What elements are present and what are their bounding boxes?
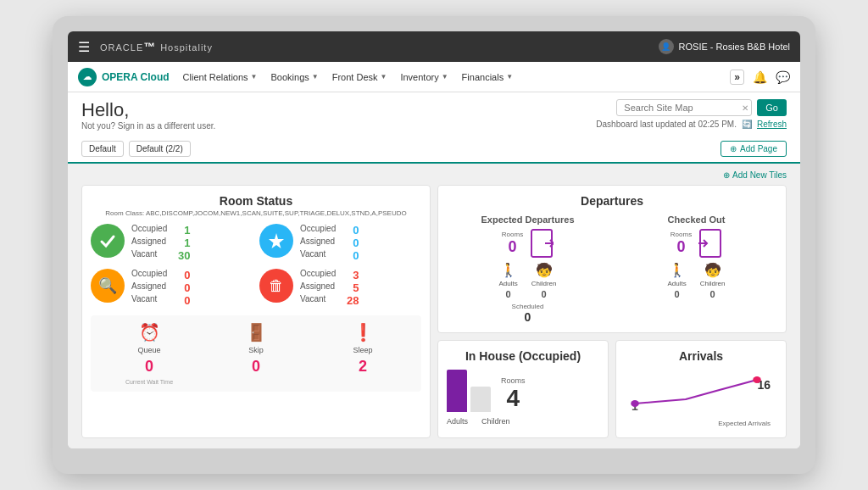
greeting-text: Hello, [81, 99, 215, 121]
nav-bar: ☁ OPERA Cloud Client Relations ▼ Booking… [68, 62, 800, 92]
add-page-plus-icon: ⊕ [730, 144, 737, 153]
queue-icon: ⏰ [139, 322, 160, 342]
sleep-item: ❗ Sleep 2 [311, 322, 415, 385]
arrivals-tile: Arrivals 1 16 Expected Arriv [615, 340, 787, 438]
content-area: Hello, Not you? Sign in as a different u… [68, 92, 800, 448]
nav-client-relations-label: Client Relations [183, 72, 248, 82]
expected-adults: 🚶 Adults 0 [498, 262, 517, 299]
opera-cloud-label: OPERA Cloud [102, 71, 170, 83]
tiles-row: Room Status Room Class: ABC,DISCOMP,JOCO… [81, 185, 787, 438]
arrivals-expected-label: Expected Arrivals [718, 420, 771, 427]
room-status-grid: Occupied1 Assigned1 Vacant30 [91, 224, 421, 307]
laptop-screen: ☰ ORACLE™ Hospitality 👤 ROSIE - Rosies B… [68, 31, 800, 448]
search-clear-icon[interactable]: ✕ [742, 103, 748, 113]
svg-point-5 [631, 400, 639, 407]
checked-out-people-row: 🚶 Adults 0 🧒 Children 0 [667, 262, 725, 299]
top-bar: ☰ ORACLE™ Hospitality 👤 ROSIE - Rosies B… [68, 31, 800, 62]
nav-bookings-chevron: ▼ [312, 73, 319, 81]
expected-departures-col: Expected Departures Rooms 0 [447, 214, 609, 324]
add-tiles-plus-icon: ⊕ [723, 170, 730, 180]
expected-children: 🧒 Children 0 [531, 262, 557, 299]
add-page-button[interactable]: ⊕ Add Page [721, 141, 787, 157]
inhouse-bar [447, 370, 467, 412]
outoforder-icon: 🗑 [259, 269, 293, 303]
departures-tile: Departures Expected Departures Rooms 0 [437, 185, 787, 333]
nav-inventory-label: Inventory [400, 72, 438, 82]
hamburger-icon[interactable]: ☰ [78, 39, 90, 55]
room-status-tile: Room Status Room Class: ABC,DISCOMP,JOCO… [81, 185, 431, 438]
nav-financials[interactable]: Financials ▼ [462, 72, 513, 82]
nav-inventory-chevron: ▼ [442, 73, 448, 81]
nav-client-relations[interactable]: Client Relations ▼ [183, 72, 258, 82]
arrivals-chart [625, 370, 777, 416]
user-label: ROSIE - Rosies B&B Hotel [679, 42, 790, 52]
inhouse-bar-compare [470, 387, 491, 412]
sleep-icon: ❗ [353, 322, 374, 342]
clean-icon [91, 224, 125, 258]
room-block-clean: Occupied1 Assigned1 Vacant30 [91, 224, 253, 262]
nav-client-relations-chevron: ▼ [251, 73, 258, 81]
inhouse-people-row: Adults Children [447, 417, 599, 426]
user-avatar-icon: 👤 [659, 39, 674, 54]
signin-link: Not you? Sign in as a different user. [81, 121, 215, 131]
checked-out-icon-row: Rooms 0 [670, 228, 722, 259]
skip-item: 🚪 Skip 0 [204, 322, 308, 385]
nav-front-desk-chevron: ▼ [381, 73, 387, 81]
nav-more-button[interactable]: » [730, 70, 744, 85]
nav-financials-chevron: ▼ [506, 73, 513, 81]
door-icon-out [530, 228, 554, 259]
header-section: Hello, Not you? Sign in as a different u… [68, 92, 800, 137]
inspected-icon [259, 224, 293, 258]
room-block-inspected: Occupied0 Assigned0 Vacant0 [259, 224, 421, 262]
refresh-icon: 🔄 [742, 120, 752, 129]
room-status-title: Room Status [91, 194, 421, 208]
expected-dep-icon-row: Rooms 0 [502, 228, 554, 259]
dashboard-updated-text: Dashboard last updated at 02:25 PM. [596, 120, 737, 129]
expected-people-row: 🚶 Adults 0 🧒 Children 0 [498, 262, 556, 299]
checkout-children: 🧒 Children 0 [700, 262, 726, 299]
notifications-icon[interactable]: 🔔 [753, 70, 767, 84]
svg-marker-0 [269, 233, 284, 248]
dirty-icon: 🔍 [91, 269, 125, 303]
adult-icon-2: 🚶 [669, 262, 686, 278]
room-block-dirty: 🔍 Occupied0 Assigned0 Vacant0 [91, 269, 253, 307]
nav-front-desk-label: Front Desk [332, 72, 378, 82]
queue-item: ⏰ Queue 0 Current Wait Time [97, 322, 201, 385]
nav-inventory[interactable]: Inventory ▼ [400, 72, 448, 82]
laptop-frame: ☰ ORACLE™ Hospitality 👤 ROSIE - Rosies B… [53, 16, 815, 474]
default-button[interactable]: Default [81, 141, 124, 157]
refresh-button[interactable]: Refresh [757, 120, 787, 129]
toolbar: Default Default (2/2) ⊕ Add Page [68, 137, 800, 164]
child-icon: 🧒 [536, 262, 553, 278]
search-input[interactable] [616, 99, 752, 116]
child-icon-2: 🧒 [704, 262, 721, 278]
go-button[interactable]: Go [757, 99, 787, 116]
checked-out-col: Checked Out Rooms 0 [615, 214, 777, 324]
nav-front-desk[interactable]: Front Desk ▼ [332, 72, 387, 82]
adult-icon: 🚶 [500, 262, 517, 278]
room-block-outoforder: 🗑 Occupied3 Assigned5 Vacant28 [259, 269, 421, 307]
dashboard-grid: ⊕ Add New Tiles Room Status Room Class: … [68, 164, 800, 448]
messages-icon[interactable]: 💬 [776, 70, 790, 84]
oracle-text: ORACLE [100, 42, 143, 53]
inhouse-rooms: Rooms 4 [501, 376, 526, 412]
opera-cloud-icon: ☁ [78, 68, 97, 86]
opera-cloud-brand[interactable]: ☁ OPERA Cloud [78, 68, 170, 86]
checkout-adults: 🚶 Adults 0 [667, 262, 686, 299]
departures-title: Departures [447, 194, 777, 208]
room-status-subtitle: Room Class: ABC,DISCOMP,JOCOM,NEW1,SCAN,… [91, 209, 421, 217]
in-house-tile: In House (Occupied) Rooms 4 [437, 340, 609, 438]
arrivals-title: Arrivals [625, 349, 777, 363]
oracle-sub: Hospitality [160, 42, 213, 53]
door-icon-in [698, 228, 722, 259]
oracle-logo: ORACLE™ Hospitality [100, 40, 213, 53]
nav-bookings[interactable]: Bookings ▼ [271, 72, 319, 82]
in-house-title: In House (Occupied) [447, 349, 599, 363]
scheduled-col: Scheduled 0 [512, 303, 544, 324]
nav-financials-label: Financials [462, 72, 504, 82]
skip-icon: 🚪 [246, 322, 267, 342]
add-tiles-button[interactable]: ⊕ Add New Tiles [723, 170, 787, 180]
svg-point-6 [753, 376, 761, 383]
queue-row: ⏰ Queue 0 Current Wait Time 🚪 Skip 0 [91, 315, 421, 392]
default2-button[interactable]: Default (2/2) [129, 141, 191, 157]
